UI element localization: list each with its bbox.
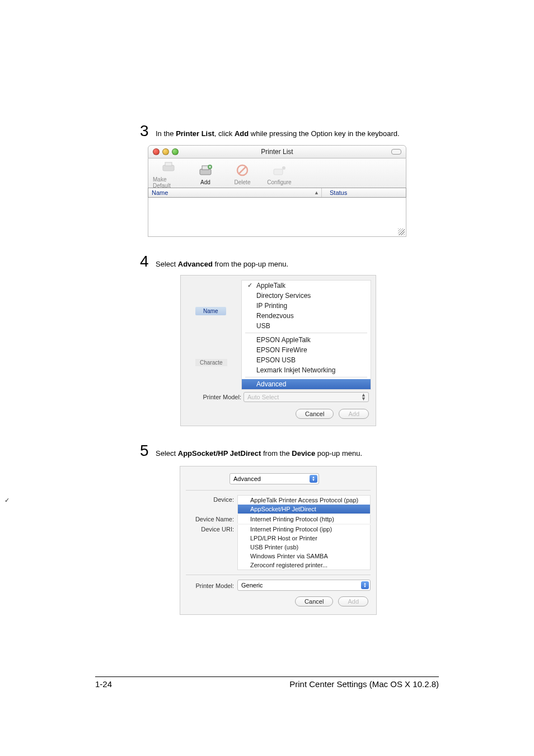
delete-button: Delete — [227, 162, 258, 185]
printer-model-label: Printer Model: — [186, 581, 237, 589]
printer-model-select[interactable]: Auto Select ▲▼ — [243, 392, 369, 402]
device-label: Device: — [186, 495, 237, 514]
toolbar-label: Delete — [235, 179, 251, 185]
printer-icon — [160, 160, 177, 175]
printer-model-row: Printer Model: Auto Select ▲▼ — [185, 390, 371, 404]
chevrons-icon: ▲▼ — [361, 581, 369, 589]
step-number: 3 — [140, 123, 156, 139]
column-label: Name — [152, 189, 168, 196]
svg-line-6 — [239, 167, 246, 174]
text-bold: Printer List — [176, 129, 214, 138]
toolbar-label: Configure — [267, 179, 291, 185]
table-header[interactable]: Name ▲ Status — [148, 188, 406, 198]
svg-rect-1 — [165, 162, 172, 166]
cancel-button[interactable]: Cancel — [296, 409, 334, 419]
separator — [245, 333, 367, 333]
text-fragment: Select — [156, 260, 178, 268]
page-number: 1-24 — [95, 679, 112, 689]
popup-left-column: Name Characte — [185, 280, 241, 390]
toolbar-toggle-icon[interactable] — [391, 149, 401, 155]
configure-icon — [270, 162, 288, 178]
printer-model-row: Printer Model: Generic ▲▼ — [186, 580, 371, 591]
popup-item-epson-firewire[interactable]: EPSON FireWire — [242, 345, 371, 355]
device-popup-top[interactable]: AppleTalk Printer Access Protocol (pap) … — [237, 495, 371, 514]
separator — [186, 575, 371, 575]
footer-title: Print Center Settings (Mac OS X 10.2.8) — [289, 679, 439, 689]
popup-item-samba[interactable]: Windows Printer via SAMBA — [238, 552, 370, 561]
popup-item-rendezvous[interactable]: Rendezvous — [242, 311, 371, 321]
connection-popup-list[interactable]: AppleTalk Directory Services IP Printing… — [241, 280, 371, 390]
popup-item-ipp-http[interactable]: Internet Printing Protocol (http) — [238, 515, 370, 524]
chevrons-icon: ▲▼ — [361, 393, 366, 401]
popup-item-directory[interactable]: Directory Services — [242, 291, 371, 301]
cancel-button[interactable]: Cancel — [295, 596, 333, 606]
step-3: 3 In the Printer List, click Add while p… — [140, 123, 416, 139]
sort-indicator-icon: ▲ — [314, 190, 319, 195]
toolbar-label: Add — [200, 179, 210, 185]
popup-item-epson-appletalk[interactable]: EPSON AppleTalk — [242, 335, 371, 345]
select-value: Generic — [241, 582, 263, 589]
text-bold: Advanced — [178, 260, 213, 268]
text-fragment: from the — [261, 449, 292, 458]
step-text: Select AppSocket/HP JetDirect from the D… — [156, 444, 362, 459]
prohibit-icon — [233, 162, 251, 178]
make-default-button: Make Default — [153, 160, 184, 189]
popup-item-appletalk-pap[interactable]: AppleTalk Printer Access Protocol (pap) — [238, 496, 370, 505]
add-button: Add — [339, 409, 369, 419]
popup-item-usb[interactable]: USB — [242, 321, 371, 331]
device-popup-mid[interactable]: Internet Printing Protocol (http) — [237, 515, 371, 524]
window-title: Printer List — [148, 148, 406, 156]
printer-add-icon — [196, 162, 214, 178]
popup-item-usb-printer[interactable]: USB Printer (usb) — [238, 543, 370, 552]
popup-item-lexmark[interactable]: Lexmark Inkjet Networking — [242, 365, 371, 375]
popup-item-lpd[interactable]: LPD/LPR Host or Printer — [238, 534, 370, 543]
popup-item-epson-usb[interactable]: EPSON USB — [242, 355, 371, 365]
device-name-row: Device Name: Internet Printing Protocol … — [186, 515, 371, 524]
device-uri-label: Device URI: — [186, 525, 237, 570]
device-row: Device: AppleTalk Printer Access Protoco… — [186, 495, 371, 514]
column-status[interactable]: Status — [322, 188, 406, 197]
configure-button: Configure — [264, 162, 295, 185]
table-body[interactable] — [148, 198, 406, 237]
device-popup-rest[interactable]: Internet Printing Protocol (ipp) LPD/LPR… — [237, 525, 371, 570]
popup-item-ipp-ipp[interactable]: Internet Printing Protocol (ipp) — [238, 525, 370, 534]
printer-model-label: Printer Model: — [188, 394, 241, 400]
page-footer: 1-24 Print Center Settings (Mac OS X 10.… — [95, 676, 439, 689]
popup-item-appsocket[interactable]: AppSocket/HP JetDirect — [238, 505, 370, 514]
add-button: Add — [338, 596, 368, 606]
character-label: Characte — [195, 359, 227, 366]
device-uri-row: Device URI: Internet Printing Protocol (… — [186, 525, 371, 570]
window-toolbar: Make Default Add Delete Configure — [148, 158, 406, 188]
separator — [186, 490, 371, 491]
text-bold: Add — [235, 129, 249, 138]
popup-item-ip[interactable]: IP Printing — [242, 301, 371, 311]
popup-item-appletalk[interactable]: AppleTalk — [242, 281, 371, 291]
text-fragment: In the — [156, 129, 176, 138]
step-5: 5 Select AppSocket/HP JetDirect from the… — [140, 443, 416, 459]
text-bold: AppSocket/HP JetDirect — [178, 449, 261, 458]
add-button[interactable]: Add — [190, 162, 221, 185]
column-name[interactable]: Name ▲ — [148, 188, 322, 197]
text-fragment: , click — [214, 129, 235, 138]
text-fragment: from the pop-up menu. — [213, 260, 288, 268]
window-titlebar[interactable]: Printer List — [148, 145, 406, 158]
resize-grip-icon[interactable] — [398, 228, 405, 235]
connection-type-row: Advanced ▲▼ — [186, 473, 371, 484]
text-bold: Device — [292, 449, 315, 458]
step-number: 4 — [140, 254, 156, 269]
printer-list-window: Printer List Make Default Add Delete — [148, 145, 406, 237]
button-row: Cancel Add — [185, 404, 371, 421]
printer-model-select[interactable]: Generic ▲▼ — [237, 580, 371, 591]
toolbar-label: Make Default — [153, 176, 184, 189]
popup-item-zeroconf[interactable]: Zeroconf registered printer... — [238, 561, 370, 570]
connection-type-select[interactable]: Advanced ▲▼ — [229, 473, 319, 484]
footer-rule — [95, 676, 439, 677]
popup-item-advanced[interactable]: Advanced — [242, 379, 371, 389]
text-fragment: pop-up menu. — [315, 449, 362, 458]
device-popup-sheet: Advanced ▲▼ Device: AppleTalk Printer Ac… — [180, 466, 377, 615]
svg-rect-7 — [274, 169, 283, 175]
button-row: Cancel Add — [186, 592, 371, 609]
name-column-header: Name — [195, 307, 226, 315]
separator — [245, 377, 367, 377]
text-fragment: Select — [156, 449, 178, 458]
